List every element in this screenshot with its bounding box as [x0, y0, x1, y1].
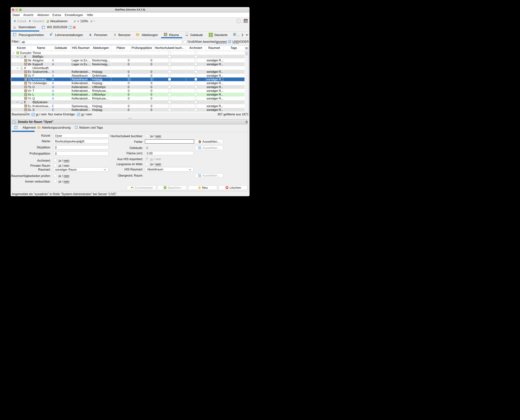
svg-text:A: A	[74, 20, 76, 23]
svg-text:A: A	[90, 20, 92, 23]
